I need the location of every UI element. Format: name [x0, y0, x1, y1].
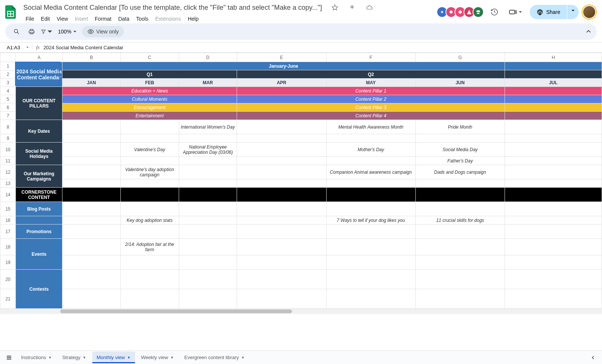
cell[interactable]	[179, 157, 237, 165]
menu-extensions[interactable]: Extensions	[152, 14, 184, 23]
cell[interactable]: Companion Animal awareness campaign	[326, 165, 415, 179]
cell[interactable]	[237, 289, 326, 309]
cell[interactable]: Content Pillar 4	[237, 112, 505, 120]
cell[interactable]	[120, 120, 179, 134]
row-header[interactable]: 1	[0, 62, 16, 70]
cell[interactable]	[326, 188, 415, 202]
col-header[interactable]: H	[505, 53, 602, 62]
cell[interactable]	[505, 255, 602, 270]
cell[interactable]	[505, 143, 602, 157]
sheet-tab-weekly[interactable]: Weekly view▼	[137, 352, 178, 363]
menu-help[interactable]: Help	[185, 14, 202, 23]
cell[interactable]	[62, 120, 121, 134]
row-header[interactable]: 5	[0, 95, 16, 103]
cell[interactable]	[326, 179, 415, 188]
cell[interactable]: JUL	[505, 79, 602, 87]
cell[interactable]	[62, 224, 121, 239]
sheet-scroll-left-icon[interactable]	[587, 352, 599, 364]
cell[interactable]: Mental Health Awareness Month	[326, 120, 415, 134]
cell[interactable]: 2/14: Adoption fair at the farm	[120, 239, 179, 255]
avatar[interactable]	[473, 6, 484, 18]
sheet-tab-instructions[interactable]: Instructions▼	[17, 352, 56, 363]
cell[interactable]	[326, 224, 415, 239]
cell[interactable]	[415, 188, 505, 202]
cell[interactable]	[120, 255, 179, 270]
formula-input[interactable]	[43, 45, 597, 50]
cell[interactable]	[505, 289, 602, 309]
share-button[interactable]: Share	[530, 5, 567, 19]
cell[interactable]	[505, 112, 602, 120]
cell[interactable]	[237, 216, 326, 224]
cell[interactable]: Dads and Dogs campaign	[415, 165, 505, 179]
cell[interactable]	[179, 134, 237, 143]
cell[interactable]	[62, 157, 121, 165]
col-header[interactable]: B	[62, 53, 121, 62]
cell[interactable]: Events	[16, 239, 62, 270]
cell[interactable]	[62, 239, 121, 255]
cell[interactable]: MAY	[326, 79, 415, 87]
history-icon[interactable]	[488, 5, 501, 19]
row-header[interactable]: 19	[0, 255, 16, 270]
col-header[interactable]: F	[326, 53, 415, 62]
cell[interactable]: Blog Posts	[16, 202, 62, 216]
cell[interactable]	[505, 62, 602, 70]
cell[interactable]	[62, 202, 121, 216]
cell[interactable]	[120, 188, 179, 202]
cell[interactable]: 11 crucial skills for dogs	[415, 216, 505, 224]
cell[interactable]	[505, 157, 602, 165]
cell[interactable]	[179, 289, 237, 309]
spreadsheet-grid[interactable]: A B C D E F G H 1 2024 Social Media Cont…	[0, 53, 602, 350]
cell[interactable]	[179, 179, 237, 188]
row-header[interactable]: 15	[0, 202, 16, 216]
cell[interactable]	[326, 270, 415, 289]
cell[interactable]: JAN	[62, 79, 121, 87]
col-header[interactable]: E	[237, 53, 326, 62]
cell[interactable]	[120, 224, 179, 239]
cloud-status-icon[interactable]	[363, 1, 376, 14]
row-header[interactable]: 6	[0, 103, 16, 112]
account-avatar[interactable]	[582, 5, 596, 19]
select-all-corner[interactable]	[0, 53, 16, 62]
cell[interactable]	[326, 239, 415, 255]
cell[interactable]	[237, 179, 326, 188]
sheet-tab-evergreen[interactable]: Evergreen content library▼	[180, 352, 249, 363]
cell[interactable]	[179, 239, 237, 255]
search-menus-icon[interactable]	[11, 26, 23, 38]
col-header[interactable]: G	[415, 53, 505, 62]
cell[interactable]: Our Marketing Campaigns	[16, 165, 62, 188]
cell[interactable]: Social Media Day	[415, 143, 505, 157]
row-header[interactable]: 20	[0, 270, 16, 289]
collaborator-avatars[interactable]	[439, 6, 484, 18]
row-header[interactable]: 14	[0, 188, 16, 202]
cell[interactable]: Father's Day	[415, 157, 505, 165]
cell[interactable]: Key dog adoption stats	[120, 216, 179, 224]
row-header[interactable]: 17	[0, 224, 16, 239]
cell[interactable]	[179, 202, 237, 216]
cell[interactable]	[120, 134, 179, 143]
cell[interactable]	[415, 255, 505, 270]
cell[interactable]: Promotions	[16, 224, 62, 239]
cell[interactable]: FEB	[120, 79, 179, 87]
zoom-select[interactable]: 100%	[56, 27, 79, 36]
cell[interactable]	[505, 103, 602, 112]
cell[interactable]: Encouragement	[62, 103, 237, 112]
meet-button[interactable]	[505, 5, 526, 19]
cell[interactable]	[179, 188, 237, 202]
row-header[interactable]: 12	[0, 165, 16, 179]
cell[interactable]: CORNERSTONE CONTENT	[16, 188, 62, 202]
row-header[interactable]: 21	[0, 289, 16, 309]
row-header[interactable]: 16	[0, 216, 16, 224]
cell[interactable]: Pride Month	[415, 120, 505, 134]
cell[interactable]: Education + News	[62, 87, 237, 95]
cell[interactable]	[62, 255, 121, 270]
print-icon[interactable]	[26, 26, 38, 38]
cell[interactable]	[62, 134, 121, 143]
cell[interactable]	[62, 188, 121, 202]
sheets-app-icon[interactable]	[3, 5, 18, 20]
cell[interactable]	[237, 255, 326, 270]
cell[interactable]	[415, 270, 505, 289]
cell[interactable]: JUN	[415, 79, 505, 87]
cell[interactable]	[326, 289, 415, 309]
cell[interactable]: Content Pillar 2	[237, 95, 505, 103]
cell[interactable]	[120, 179, 179, 188]
